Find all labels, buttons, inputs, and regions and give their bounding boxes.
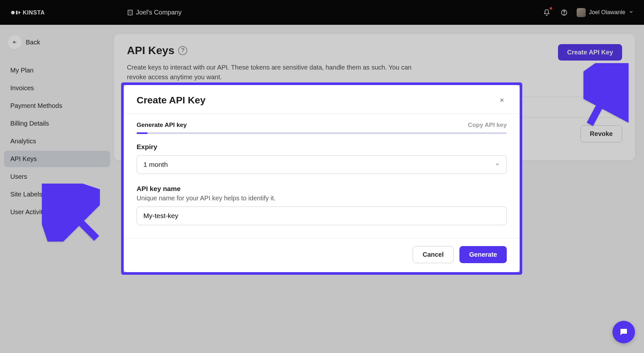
expiry-value: 1 month (143, 161, 168, 168)
sidebar-item-label: Billing Details (10, 120, 49, 127)
user-name: Joel Olawanle (589, 9, 625, 16)
topbar-left: KINSTA Joel's Company (10, 8, 182, 17)
keyname-input[interactable] (137, 206, 507, 225)
chevron-down-icon (629, 9, 634, 16)
chevron-down-icon (495, 161, 500, 168)
sidebar-item-label: Analytics (10, 138, 36, 145)
arrow-left-icon (8, 35, 22, 49)
sidebar-item-myplan[interactable]: My Plan (4, 62, 110, 79)
page-header-left: API Keys ? Create keys to interact with … (127, 44, 417, 82)
avatar (577, 8, 586, 17)
page-description: Create keys to interact with our API. Th… (127, 62, 417, 82)
svg-rect-3 (128, 10, 132, 15)
modal-content: Create API Key Generate API key Copy API… (124, 85, 520, 272)
sidebar-item-label: Invoices (10, 84, 34, 91)
sidebar-item-activity[interactable]: User Activity (4, 204, 110, 220)
help-icon[interactable]: ? (178, 46, 187, 55)
building-icon (127, 9, 133, 16)
svg-point-0 (11, 11, 14, 14)
sidebar: Back My Plan Invoices Payment Methods Bi… (0, 25, 114, 353)
chat-bubble-button[interactable] (612, 321, 635, 343)
revoke-button[interactable]: Revoke (581, 125, 622, 142)
topbar: KINSTA Joel's Company Joel Olawanle (0, 0, 644, 25)
sidebar-item-label: Users (10, 173, 27, 180)
sidebar-item-users[interactable]: Users (4, 168, 110, 185)
modal-body: Expiry 1 month API key name Unique name … (124, 134, 520, 228)
sidebar-item-billing[interactable]: Billing Details (4, 115, 110, 132)
back-button[interactable]: Back (4, 32, 110, 52)
company-switcher[interactable]: Joel's Company (127, 9, 182, 16)
help-button[interactable] (559, 8, 569, 17)
cancel-button[interactable]: Cancel (413, 246, 454, 263)
user-menu[interactable]: Joel Olawanle (577, 8, 634, 17)
topbar-right: Joel Olawanle (542, 8, 634, 17)
notification-dot-icon (550, 7, 552, 10)
sidebar-item-label: Payment Methods (10, 102, 62, 109)
sidebar-item-analytics[interactable]: Analytics (4, 133, 110, 149)
keyname-label: API key name (137, 185, 507, 193)
create-api-key-button[interactable]: Create API Key (558, 44, 622, 61)
page-header: API Keys ? Create keys to interact with … (127, 44, 622, 82)
sidebar-item-label: Site Labels (10, 191, 42, 198)
page-title: API Keys (127, 44, 174, 57)
svg-point-11 (564, 14, 564, 14)
sidebar-item-invoices[interactable]: Invoices (4, 80, 110, 96)
page-title-row: API Keys ? (127, 44, 417, 57)
create-api-key-modal: Create API Key Generate API key Copy API… (122, 83, 522, 274)
sidebar-item-apikeys[interactable]: API Keys (4, 151, 110, 167)
expiry-select[interactable]: 1 month (137, 155, 507, 174)
expiry-label: Expiry (137, 143, 507, 151)
svg-rect-1 (16, 11, 18, 14)
sidebar-item-label: API Keys (10, 155, 37, 162)
back-label: Back (26, 39, 40, 46)
step-copy: Copy API key (468, 121, 507, 129)
step-generate: Generate API key (137, 121, 187, 129)
company-name: Joel's Company (136, 9, 182, 16)
modal-steps: Generate API key Copy API key (124, 114, 520, 132)
modal-head: Create API Key (124, 85, 520, 113)
sidebar-item-label: My Plan (10, 67, 34, 74)
svg-text:KINSTA: KINSTA (23, 9, 45, 15)
close-icon[interactable] (497, 95, 507, 105)
sidebar-item-sitelabels[interactable]: Site Labels (4, 186, 110, 203)
modal-footer: Cancel Generate (124, 238, 520, 272)
keyname-desc: Unique name for your API key helps to id… (137, 195, 507, 202)
sidebar-item-label: User Activity (10, 208, 46, 215)
notifications-button[interactable] (542, 8, 552, 17)
modal-title: Create API Key (137, 95, 206, 106)
generate-button[interactable]: Generate (459, 246, 507, 263)
logo[interactable]: KINSTA (10, 8, 49, 17)
sidebar-item-payment[interactable]: Payment Methods (4, 98, 110, 114)
